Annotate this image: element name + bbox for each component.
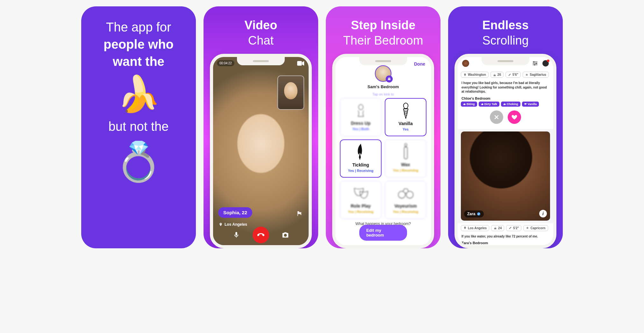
me-avatar[interactable] (462, 60, 469, 67)
kink-name: Vanilla (398, 121, 412, 126)
kink-grid: Dress Up Yes | Both Vanilla Yes Tickling… (335, 98, 431, 219)
kink-name: Tickling (352, 162, 369, 167)
tag-item[interactable]: Vanilla (522, 102, 539, 107)
edit-bedroom-button[interactable]: Edit my bedroom (359, 225, 407, 241)
svg-point-5 (533, 61, 534, 63)
bedroom-section-title: Chloe's Bedroom (458, 96, 553, 102)
ruler-icon (508, 73, 511, 76)
binoculars-icon (396, 184, 415, 203)
kink-tag: Yes | Receiving (393, 210, 418, 214)
kink-tag: Yes | Receiving (348, 210, 373, 214)
svg-point-3 (398, 191, 405, 198)
panel3-title-bold: Step Inside (351, 18, 416, 32)
masks-icon (351, 184, 370, 203)
bedroom-tags: Biting Dirty Talk Choking Vanilla (458, 102, 553, 109)
kink-tag: Yes | Receiving (348, 169, 373, 173)
kink-name: Wax (401, 162, 410, 167)
dressup-icon (351, 101, 370, 120)
promo-panel-2: Video Chat 00:04:22 Sophia, 22 Los Angel… (204, 6, 318, 248)
hangup-button[interactable] (253, 227, 269, 243)
cake-icon (494, 226, 497, 230)
kink-name: Dress Up (351, 121, 370, 126)
profile-card-chloe: Washington 26 5'6" Sagittarius I hope yo… (458, 70, 553, 129)
ruler-icon (509, 226, 512, 230)
promo1-line1: The app for (106, 20, 171, 34)
kink-card-tickling[interactable]: Tickling Yes | Receiving (340, 139, 382, 178)
like-button[interactable] (508, 110, 521, 124)
svg-rect-0 (297, 61, 302, 66)
chip-sign: Sagittarius (523, 72, 549, 78)
feather-icon (351, 143, 370, 162)
tag-item[interactable]: Biting (461, 102, 477, 107)
vanilla-icon (396, 101, 415, 120)
profile-bio: If you like water, you already like 72 p… (458, 233, 553, 241)
done-button[interactable]: Done (414, 61, 425, 67)
pin-icon (219, 223, 223, 226)
filters-icon[interactable] (532, 61, 538, 66)
thumbs-up-icon (481, 103, 483, 105)
profile-bio: I hope you like bad girls, because I'm b… (458, 80, 553, 96)
profile-card-zara: Los Angeles 24 5'2" Capricorn If you lik… (458, 223, 553, 245)
bedroom-section-title: Zara's Bedroom (458, 241, 553, 245)
caller-location-text: Los Angeles (225, 222, 247, 227)
profile-photo-zara[interactable]: Zara i (461, 131, 550, 221)
kink-tag: Yes | Receiving (393, 168, 418, 172)
videocam-icon[interactable] (297, 61, 304, 66)
tag-item[interactable]: Choking (501, 102, 520, 107)
panel2-title-bold: Video (245, 18, 277, 32)
promo-panel-1: The app for people who want the 🍌 but no… (81, 6, 196, 248)
promo1-line2a: people who (104, 37, 174, 51)
panel4-title-light: Scrolling (482, 34, 529, 47)
caller-location: Los Angeles (219, 222, 247, 227)
kink-card-voyeurism[interactable]: Voyeurism Yes | Receiving (385, 181, 426, 219)
candle-icon (396, 142, 415, 161)
bedroom-owner-label: Sam's Bedroom (368, 84, 399, 89)
report-flag-icon[interactable] (297, 211, 302, 216)
promo1-mid: but not the (108, 119, 168, 133)
kink-name: Role Play (351, 203, 371, 209)
svg-point-4 (406, 191, 413, 198)
pin-icon (463, 73, 467, 76)
star-icon (525, 73, 528, 76)
phone-mock-feed: Washington 26 5'6" Sagittarius I hope yo… (454, 54, 556, 248)
mute-button[interactable] (230, 228, 243, 242)
switch-camera-button[interactable] (279, 228, 292, 242)
cake-icon (493, 73, 496, 76)
svg-point-1 (404, 143, 407, 146)
phone-mock-bedroom: Done Sam's Bedroom Tap on kink to Dress … (332, 54, 434, 248)
info-button[interactable]: i (539, 210, 547, 217)
chip-age: 26 (490, 72, 504, 78)
kink-card-wax[interactable]: Wax Yes | Receiving (385, 139, 426, 178)
panel2-title-light: Chat (248, 34, 274, 47)
chat-icon[interactable] (542, 60, 549, 67)
ring-icon: 💍 (104, 139, 174, 184)
thumbs-up-icon (463, 103, 466, 105)
caller-name-chip[interactable]: Sophia, 22 (218, 207, 252, 218)
chip-city: Los Angeles (461, 225, 489, 231)
verified-icon (477, 212, 481, 216)
banana-icon: 🍌 (104, 76, 174, 111)
tag-item[interactable]: Dirty Talk (479, 102, 499, 107)
kink-name: Voyeurism (394, 203, 417, 209)
reject-button[interactable] (490, 110, 503, 124)
panel3-title-light: Their Bedroom (343, 34, 423, 47)
svg-rect-2 (404, 147, 407, 159)
chip-city: Washington (461, 72, 489, 78)
kink-card-roleplay[interactable]: Role Play Yes | Receiving (340, 181, 382, 219)
chip-sign: Capricorn (523, 225, 548, 231)
pin-icon (463, 226, 467, 230)
svg-point-7 (534, 64, 535, 66)
kink-card-dressup[interactable]: Dress Up Yes | Both (340, 98, 382, 136)
chip-height: 5'2" (506, 225, 521, 231)
thumbs-up-icon (503, 103, 506, 105)
video-self-thumbnail[interactable] (277, 75, 304, 110)
chip-age: 24 (491, 225, 504, 231)
kink-card-vanilla[interactable]: Vanilla Yes (385, 98, 426, 136)
star-icon (526, 226, 529, 230)
promo1-line2b: want the (113, 54, 164, 68)
promo-panel-4: Endless Scrolling Washington 26 5'6" Sag… (448, 6, 563, 248)
profile-name-badge: Zara (464, 210, 484, 217)
phone-notch (359, 57, 407, 65)
profile-avatar[interactable] (375, 65, 391, 82)
thumbs-down-icon (524, 103, 527, 105)
